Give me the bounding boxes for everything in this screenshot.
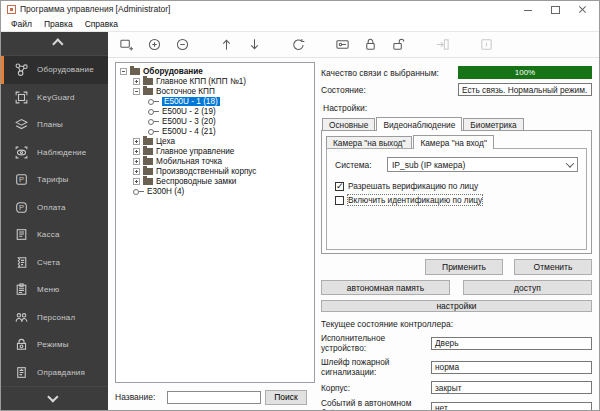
lock-icon[interactable]	[362, 36, 379, 53]
status-value-buffer: нет	[431, 402, 592, 411]
system-label: Система:	[335, 160, 387, 170]
app-icon	[7, 5, 16, 14]
state-label: Состояние:	[321, 85, 458, 95]
quality-label: Качество связи с выбранным:	[321, 68, 458, 78]
refresh-icon[interactable]	[290, 36, 307, 53]
arrow-up-icon[interactable]	[218, 36, 235, 53]
tree-item-e500u-1[interactable]: E500U - 1 (18)	[118, 96, 312, 106]
keyguard-icon	[14, 90, 29, 105]
controller-key-icon	[133, 188, 144, 195]
app-window: Программа управления [Administrator] Фай…	[0, 0, 600, 411]
expand-expander-icon[interactable]	[133, 148, 140, 155]
sidebar-item-keyguard[interactable]: KeyGuard	[1, 84, 108, 112]
status-row-fire-loop: Шлейф пожарной сигнализации: норма	[321, 357, 592, 377]
sidebar-item-justifications[interactable]: Оправдания	[1, 359, 108, 387]
sidebar-item-label: Наблюдение	[37, 148, 86, 157]
close-icon[interactable]	[578, 5, 587, 14]
expand-expander-icon[interactable]	[133, 178, 140, 185]
sidebar-item-tariffs[interactable]: P Тарифы	[1, 166, 108, 194]
collapse-expander-icon[interactable]	[120, 68, 127, 75]
folder-icon	[143, 178, 153, 185]
cancel-button[interactable]: Отменить	[514, 259, 592, 275]
verification-checkbox[interactable]	[335, 182, 344, 191]
sidebar-item-cash-desk[interactable]: Касса	[1, 221, 108, 249]
tab-basic[interactable]: Основные	[322, 118, 375, 130]
tree-item-main-kpp[interactable]: Главное КПП (КПП №1)	[118, 76, 312, 86]
door-pass-icon	[434, 36, 451, 53]
status-row-buffer: Событий в автономном буфере: нет	[321, 398, 592, 411]
expand-expander-icon[interactable]	[133, 138, 140, 145]
tab-camera-entry[interactable]: Камера "на вход"	[413, 135, 493, 149]
tab-camera-exit[interactable]: Камера "на выход"	[326, 136, 412, 148]
chevron-down-icon	[566, 159, 574, 167]
controller-state-header: Текущее состояние контроллера:	[321, 319, 592, 329]
tree-item-main-office[interactable]: Главное управление	[118, 146, 312, 156]
sidebar-item-label: Оправдания	[37, 368, 85, 377]
unlock-icon[interactable]	[390, 36, 407, 53]
sidebar-item-label: Режимы	[37, 340, 69, 349]
tree-item-mobile-point[interactable]: Мобильная точка	[118, 156, 312, 166]
remove-icon[interactable]	[174, 36, 191, 53]
expand-expander-icon[interactable]	[133, 158, 140, 165]
tab-biometrics[interactable]: Биометрика	[463, 118, 523, 130]
minimize-icon[interactable]	[524, 5, 533, 14]
menu-item-file[interactable]: Файл	[6, 18, 37, 30]
tree-item-e500u-4[interactable]: E500U - 4 (21)	[118, 126, 312, 136]
sidebar-collapse-button[interactable]	[1, 32, 108, 56]
sidebar-item-equipment[interactable]: Оборудование	[1, 56, 108, 84]
apply-cancel-row: Применить Отменить	[321, 259, 592, 275]
arrow-down-icon[interactable]	[246, 36, 263, 53]
sidebar-item-plans[interactable]: Планы	[1, 111, 108, 139]
menu-item-edit[interactable]: Правка	[39, 18, 78, 30]
menu-icon	[14, 282, 29, 297]
settings-button[interactable]: настройки	[321, 300, 592, 312]
folder-icon	[143, 168, 153, 175]
search-input[interactable]	[167, 391, 261, 404]
sidebar-item-surveillance[interactable]: Наблюдение	[1, 139, 108, 167]
identification-checkbox[interactable]	[335, 196, 344, 205]
menu-item-help[interactable]: Справка	[80, 18, 123, 30]
status-value-fire-loop: норма	[431, 361, 592, 374]
system-select[interactable]: IP_sub (IP камера)	[387, 157, 578, 172]
search-row: Название: Поиск	[115, 388, 315, 406]
identification-checkbox-row[interactable]: Включить идентификацию по лицу	[335, 195, 578, 205]
tree-item-equipment[interactable]: Оборудование	[118, 66, 312, 76]
apply-button[interactable]: Применить	[425, 259, 503, 275]
verification-checkbox-row[interactable]: Разрешать верификацию по лицу	[335, 181, 578, 191]
plans-icon	[14, 117, 29, 132]
tree-item-e300h[interactable]: E300H (4)	[118, 186, 312, 196]
state-value: Есть связь. Нормальный режим.	[458, 83, 592, 96]
sidebar-item-accounts[interactable]: Счета	[1, 249, 108, 277]
autonomous-memory-button[interactable]: автономная память	[321, 280, 450, 295]
add-group-icon[interactable]	[118, 36, 135, 53]
tree-item-workshops[interactable]: Цеха	[118, 136, 312, 146]
sidebar-item-personnel[interactable]: Персонал	[1, 304, 108, 332]
maximize-icon[interactable]	[551, 5, 560, 14]
chevron-down-icon	[47, 391, 58, 402]
card-key-icon[interactable]	[334, 36, 351, 53]
collapse-expander-icon[interactable]	[133, 88, 140, 95]
video-tab-page: Камера "на выход" Камера "на вход" Систе…	[321, 130, 592, 254]
sidebar-item-label: Оплата	[37, 203, 66, 212]
expand-expander-icon[interactable]	[133, 168, 140, 175]
sidebar-item-modes[interactable]: Режимы	[1, 331, 108, 359]
tree-item-e500u-3[interactable]: E500U - 3 (20)	[118, 116, 312, 126]
accounts-icon	[14, 255, 29, 270]
tree-item-wireless-locks[interactable]: Беспроводные замки	[118, 176, 312, 186]
access-button[interactable]: доступ	[463, 280, 592, 295]
sidebar-expand-button[interactable]	[1, 386, 108, 410]
search-label: Название:	[115, 392, 167, 402]
tab-video[interactable]: Видеонаблюдение	[376, 117, 462, 131]
tree-item-production-building[interactable]: Производственный корпус	[118, 166, 312, 176]
sidebar-item-label: Касса	[37, 230, 60, 239]
quality-progress-bar: 100%	[458, 66, 592, 79]
svg-text:P: P	[19, 203, 24, 212]
tree-item-east-kpp[interactable]: Восточное КПП	[118, 86, 312, 96]
sidebar-item-menu[interactable]: Меню	[1, 276, 108, 304]
search-button[interactable]: Поиск	[265, 390, 307, 405]
tree-item-e500u-2[interactable]: E500U - 2 (19)	[118, 106, 312, 116]
expand-expander-icon[interactable]	[133, 78, 140, 85]
sidebar-item-payment[interactable]: P Оплата	[1, 194, 108, 222]
sidebar: Оборудование KeyGuard Планы Наблюдение P…	[1, 32, 108, 410]
add-icon[interactable]	[146, 36, 163, 53]
